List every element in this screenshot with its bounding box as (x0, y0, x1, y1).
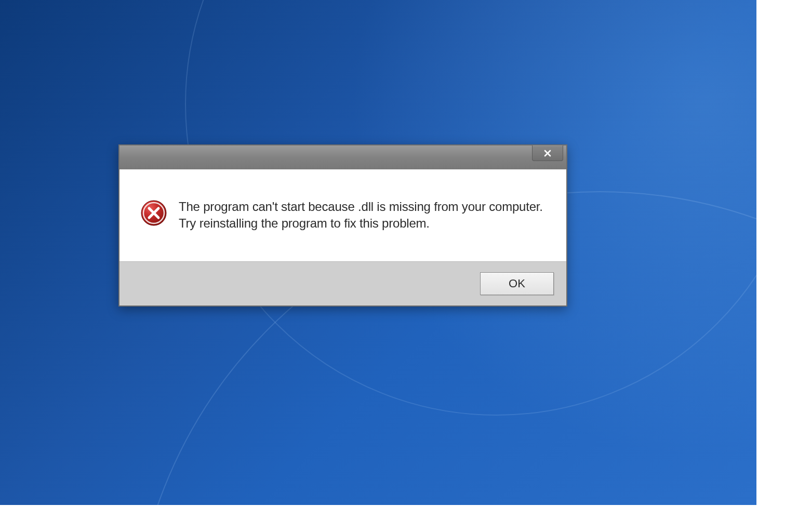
error-dialog: The program can't start because .dll is … (118, 144, 567, 307)
dialog-footer: OK (119, 261, 566, 305)
close-icon (543, 149, 552, 157)
page-margin-right (756, 0, 798, 532)
error-icon (140, 200, 167, 227)
close-button[interactable] (532, 145, 563, 161)
dialog-titlebar[interactable] (119, 145, 566, 169)
dialog-body: The program can't start because .dll is … (119, 169, 566, 261)
page-margin-bottom (0, 505, 798, 532)
error-message-text: The program can't start because .dll is … (179, 198, 546, 232)
ok-button[interactable]: OK (480, 272, 554, 295)
